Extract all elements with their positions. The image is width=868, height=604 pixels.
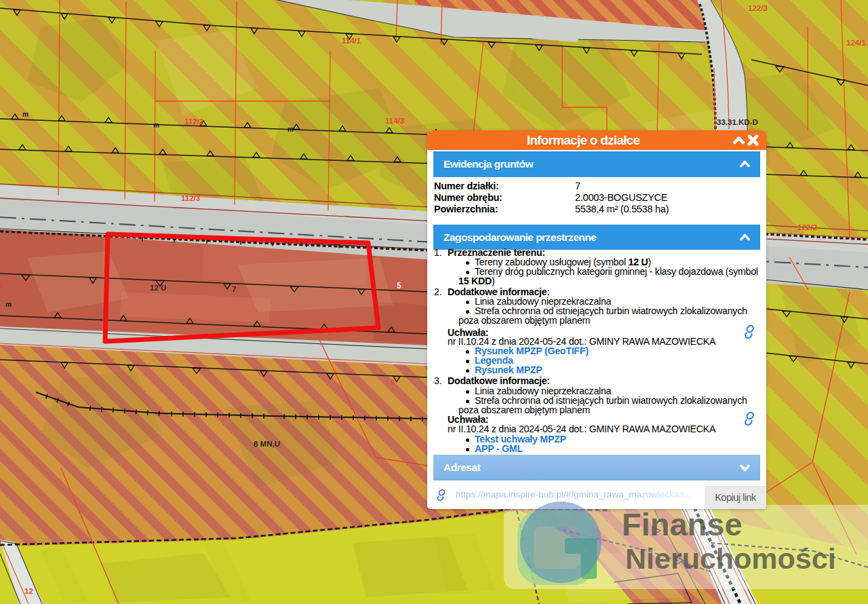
svg-text:112/2: 112/2 — [184, 117, 203, 126]
svg-text:Nieruchomości: Nieruchomości — [625, 542, 836, 575]
svg-text:8 MN,U: 8 MN,U — [254, 440, 280, 448]
svg-text:114/1: 114/1 — [342, 37, 361, 45]
svg-text:m: m — [288, 126, 294, 133]
svg-text:5: 5 — [397, 281, 401, 290]
svg-text:m: m — [22, 111, 28, 118]
svg-text:114/3: 114/3 — [385, 117, 404, 125]
svg-text:m: m — [153, 121, 159, 129]
svg-text:112/3: 112/3 — [181, 194, 200, 202]
svg-text:33.31.KD-D: 33.31.KD-D — [717, 118, 758, 126]
svg-text:7: 7 — [232, 285, 236, 293]
svg-text:122/3: 122/3 — [748, 4, 768, 12]
svg-text:9: 9 — [0, 282, 4, 290]
svg-text:m: m — [5, 301, 12, 308]
svg-text:12 U: 12 U — [150, 284, 166, 292]
svg-text:122/2: 122/2 — [797, 223, 817, 231]
svg-text:12: 12 — [24, 587, 33, 595]
svg-text:124/1: 124/1 — [846, 39, 866, 47]
svg-text:Finanse: Finanse — [622, 506, 743, 542]
svg-text:6: 6 — [391, 378, 395, 386]
